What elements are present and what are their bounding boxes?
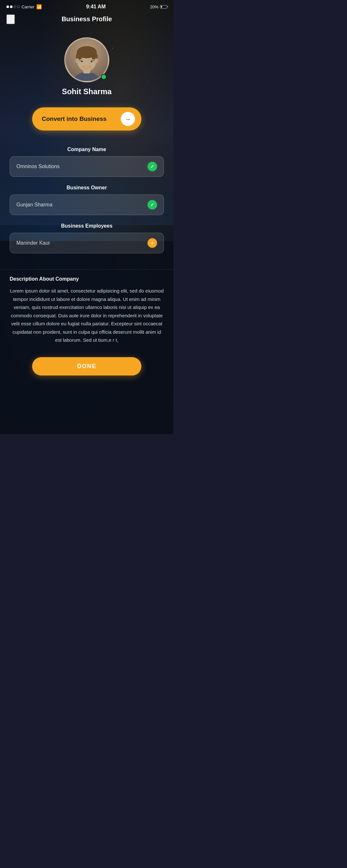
convert-button-label: Convert into Business bbox=[42, 116, 107, 123]
status-left: Carrier 📶 bbox=[6, 4, 42, 9]
svg-point-13 bbox=[81, 60, 83, 62]
business-employees-group: Business Employees Maninder Kaur + bbox=[10, 223, 164, 253]
svg-point-20 bbox=[90, 66, 91, 67]
svg-point-14 bbox=[91, 60, 93, 62]
form-section: Company Name Omninos Solutions ✓ Busines… bbox=[0, 140, 174, 268]
header: ← Business Profile bbox=[0, 12, 174, 28]
company-name-value: Omninos Solutions bbox=[17, 164, 59, 169]
company-name-group: Company Name Omninos Solutions ✓ bbox=[10, 147, 164, 177]
battery-fill bbox=[161, 6, 162, 8]
status-time: 9:41 AM bbox=[86, 4, 106, 10]
svg-point-16 bbox=[83, 66, 84, 67]
business-owner-group: Business Owner Gunjan Sharma ✓ bbox=[10, 185, 164, 215]
owner-check-icon: ✓ bbox=[148, 200, 157, 210]
company-name-label: Company Name bbox=[10, 147, 164, 152]
add-employee-icon[interactable]: + bbox=[148, 238, 157, 248]
convert-business-button[interactable]: Convert into Business → bbox=[32, 107, 141, 130]
business-employees-label: Business Employees bbox=[10, 223, 164, 229]
convert-arrow-icon: → bbox=[121, 112, 135, 126]
company-name-input[interactable]: Omninos Solutions ✓ bbox=[10, 156, 164, 177]
main-content: Carrier 📶 9:41 AM 20% ← Business Profile bbox=[0, 0, 174, 389]
carrier-label: Carrier bbox=[22, 4, 34, 9]
svg-point-9 bbox=[94, 58, 98, 63]
status-bar: Carrier 📶 9:41 AM 20% bbox=[0, 0, 174, 12]
done-section: DONE bbox=[0, 349, 174, 389]
business-owner-input[interactable]: Gunjan Sharma ✓ bbox=[10, 194, 164, 215]
business-employees-value: Maninder Kaur bbox=[17, 240, 50, 246]
svg-point-17 bbox=[84, 67, 85, 68]
signal-dot-2 bbox=[10, 5, 12, 8]
company-check-icon: ✓ bbox=[148, 162, 157, 172]
done-button-label: DONE bbox=[77, 363, 96, 369]
avatar-wrapper bbox=[64, 37, 109, 82]
page-title: Business Profile bbox=[62, 16, 112, 23]
convert-section: Convert into Business → bbox=[0, 102, 174, 140]
profile-section: Sohit Sharma bbox=[0, 28, 174, 102]
business-owner-label: Business Owner bbox=[10, 185, 164, 191]
back-button[interactable]: ← bbox=[6, 14, 15, 24]
svg-point-19 bbox=[89, 67, 90, 68]
page-wrapper: Carrier 📶 9:41 AM 20% ← Business Profile bbox=[0, 0, 174, 434]
battery-percent: 20% bbox=[150, 4, 158, 9]
business-employees-input[interactable]: Maninder Kaur + bbox=[10, 233, 164, 253]
description-label: Description About Company bbox=[10, 276, 164, 282]
wifi-icon: 📶 bbox=[36, 4, 42, 9]
business-owner-value: Gunjan Sharma bbox=[17, 202, 52, 208]
svg-point-8 bbox=[75, 58, 79, 63]
signal-dot-4 bbox=[17, 5, 20, 8]
signal-dot-3 bbox=[13, 5, 16, 8]
done-button[interactable]: DONE bbox=[32, 357, 141, 375]
svg-point-15 bbox=[81, 65, 93, 70]
battery-icon bbox=[160, 5, 167, 9]
signal-dots bbox=[6, 5, 20, 8]
battery-body bbox=[160, 5, 167, 9]
status-right: 20% bbox=[150, 4, 167, 9]
description-text: Lorem ipsum dolor sit amet, consectetur … bbox=[10, 287, 164, 344]
online-status-dot bbox=[101, 74, 107, 80]
signal-dot-1 bbox=[6, 5, 9, 8]
profile-name: Sohit Sharma bbox=[62, 87, 112, 96]
svg-point-18 bbox=[87, 67, 87, 68]
description-section: Description About Company Lorem ipsum do… bbox=[0, 270, 174, 349]
